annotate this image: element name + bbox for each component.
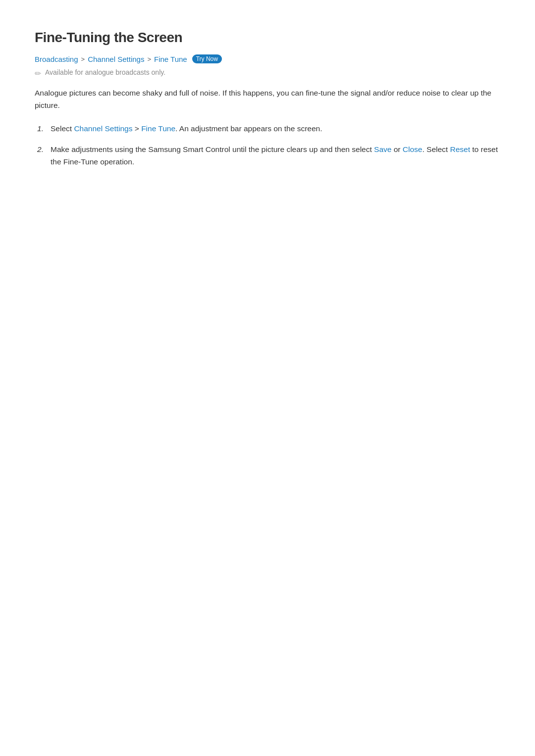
intro-paragraph: Analogue pictures can become shaky and f… <box>35 87 500 112</box>
steps-list: 1. Select Channel Settings > Fine Tune. … <box>35 123 500 168</box>
breadcrumb-broadcasting[interactable]: Broadcasting <box>35 55 78 63</box>
step-2: 2. Make adjustments using the Samsung Sm… <box>35 144 500 168</box>
step-2-close-link[interactable]: Close <box>403 145 423 153</box>
breadcrumb-fine-tune[interactable]: Fine Tune <box>154 55 187 63</box>
note-text: Available for analogue broadcasts only. <box>45 68 165 76</box>
pencil-icon: ✏ <box>35 69 41 78</box>
breadcrumb-separator-2: > <box>147 55 151 63</box>
breadcrumb-separator-1: > <box>81 55 85 63</box>
try-now-badge[interactable]: Try Now <box>192 54 222 63</box>
step-2-number: 2. <box>35 144 44 156</box>
page-title: Fine-Tuning the Screen <box>35 30 500 46</box>
step-1-fine-tune-link[interactable]: Fine Tune <box>141 124 175 133</box>
step-1: 1. Select Channel Settings > Fine Tune. … <box>35 123 500 135</box>
note-row: ✏ Available for analogue broadcasts only… <box>35 68 500 78</box>
step-2-save-link[interactable]: Save <box>374 145 391 153</box>
breadcrumb-channel-settings[interactable]: Channel Settings <box>88 55 144 63</box>
step-1-number: 1. <box>35 123 44 135</box>
step-1-channel-settings-link[interactable]: Channel Settings <box>74 124 132 133</box>
step-2-content: Make adjustments using the Samsung Smart… <box>51 144 500 168</box>
breadcrumb: Broadcasting > Channel Settings > Fine T… <box>35 54 500 63</box>
step-2-reset-link[interactable]: Reset <box>450 145 470 153</box>
step-1-content: Select Channel Settings > Fine Tune. An … <box>51 123 500 135</box>
